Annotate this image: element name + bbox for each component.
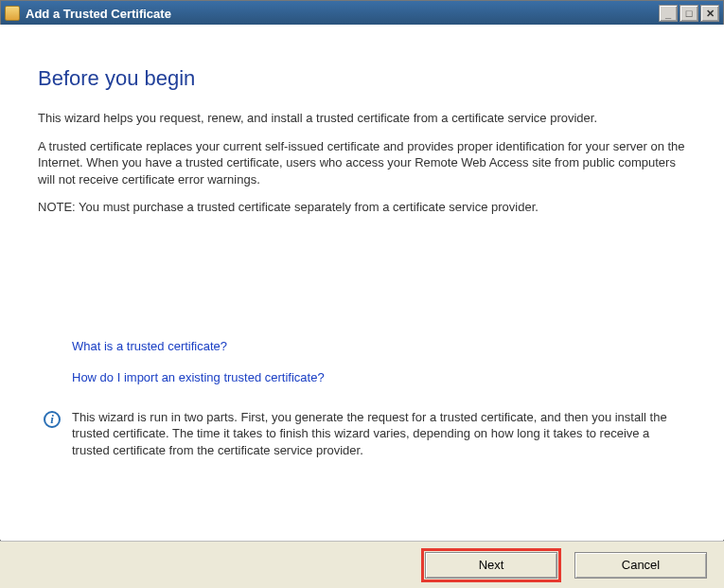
wizard-content: Before you begin This wizard helps you r… xyxy=(0,25,724,540)
info-text: This wizard is run in two parts. First, … xyxy=(72,409,686,459)
link-how-import-cert[interactable]: How do I import an existing trusted cert… xyxy=(72,370,325,384)
window-titlebar: Add a Trusted Certificate _ □ ✕ xyxy=(1,1,723,26)
intro-paragraph-1: This wizard helps you request, renew, an… xyxy=(38,110,686,127)
maximize-button[interactable]: □ xyxy=(680,5,698,22)
window-title: Add a Trusted Certificate xyxy=(26,7,657,21)
page-heading: Before you begin xyxy=(38,66,686,91)
window-controls: _ □ ✕ xyxy=(657,5,719,22)
close-button[interactable]: ✕ xyxy=(700,5,719,22)
intro-paragraph-2: A trusted certificate replaces your curr… xyxy=(38,138,686,188)
info-icon: i xyxy=(44,411,61,428)
button-bar: Next Cancel xyxy=(0,541,724,588)
app-icon xyxy=(5,6,20,21)
minimize-button[interactable]: _ xyxy=(659,5,678,22)
cancel-button[interactable]: Cancel xyxy=(574,552,707,579)
info-note: i This wizard is run in two parts. First… xyxy=(44,409,686,459)
intro-paragraph-note: NOTE: You must purchase a trusted certif… xyxy=(38,199,686,216)
next-button[interactable]: Next xyxy=(425,552,557,579)
help-links: What is a trusted certificate? How do I … xyxy=(72,339,686,384)
link-what-is-trusted-cert[interactable]: What is a trusted certificate? xyxy=(72,339,227,353)
